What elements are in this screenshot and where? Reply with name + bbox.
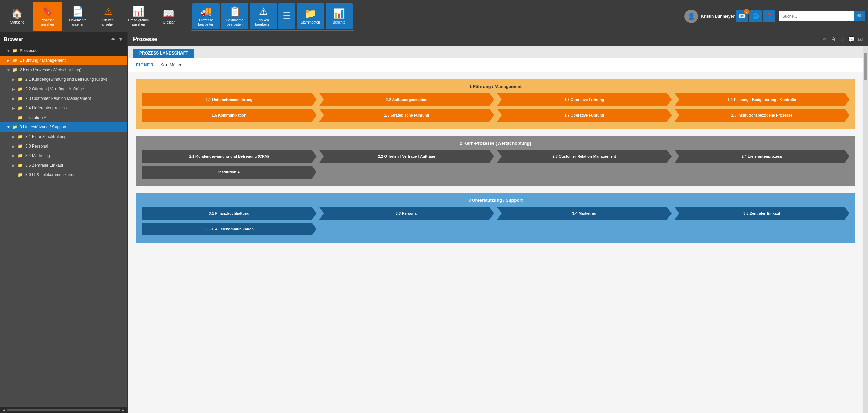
sidebar-item-label: Institution A: [25, 115, 46, 120]
chevron-2-4[interactable]: 2.4 Lieferantenprozess: [675, 150, 850, 163]
toolbar-btn-stammdaten[interactable]: 📁 Stammdaten: [297, 3, 324, 29]
process-row-2-1: 2.1 Kundengewinnung und Betreuung (CRM) …: [142, 150, 849, 163]
toolbar-btn-prozesse-bearbeiten[interactable]: 🚚 Prozessebearbeiten: [192, 3, 220, 29]
print-icon[interactable]: 🖨: [831, 36, 836, 43]
arrow-icon: ▶: [12, 135, 16, 139]
chat-icon[interactable]: 💬: [848, 36, 855, 43]
org-chart-icon: 📊: [132, 6, 144, 17]
sidebar-item-lieferanten[interactable]: ▶ 📁 2.4 Lieferantenprozess: [0, 103, 127, 113]
sidebar-header-icons: ✏ ▼: [111, 36, 123, 42]
chevron-1-8[interactable]: 1.8 Institutionsbezogene Prozesse: [675, 109, 850, 122]
chevron-1-6[interactable]: 1.6 Strategische Führung: [319, 109, 494, 122]
hamburger-icon: ☰: [283, 11, 291, 22]
search-input[interactable]: [779, 11, 854, 21]
tab-prozess-landschaft[interactable]: PROZESS-LANDSCHAFT: [133, 49, 194, 58]
folder-icon: 📁: [18, 153, 23, 158]
toolbar-btn-organigramm-ansehen[interactable]: 📊 Organigrammansehen: [124, 2, 153, 31]
filter-icon[interactable]: ▼: [118, 36, 123, 42]
warning-icon: ⚠: [104, 6, 112, 17]
process-group-fuhrung: 1 Führung / Management 1.1 Unternehmensf…: [136, 79, 855, 129]
process-group-support: 3 Unterstützung / Support 3.1 Finanzbuch…: [136, 193, 855, 243]
sidebar-item-crm[interactable]: ▶ 📁 2.3 Customer Relation Management: [0, 94, 127, 103]
eigner-value: Karl Müller: [160, 62, 182, 67]
home-icon: 🏠: [11, 8, 23, 19]
notification-badge: 2: [744, 9, 749, 14]
scroll-right-icon[interactable]: ▶: [122, 408, 124, 412]
main-layout: Browser ✏ ▼ ▼ 📁 Prozesse ▶ 📁 1 Führung /…: [0, 32, 868, 413]
arrow-icon: ▼: [7, 68, 11, 72]
chevron-1-2[interactable]: 1.2 Aufbauorganisation: [319, 93, 494, 106]
scrollbar-track[interactable]: [863, 46, 868, 413]
sidebar-item-finanzbuchhaltung[interactable]: ▶ 📁 3.1 Finanzbuchhaltung: [0, 132, 127, 141]
folder-icon: 📁: [12, 125, 18, 129]
chevron-1-1[interactable]: 1.1 Unternehmensführung: [142, 93, 317, 106]
chevron-2-1[interactable]: 2.1 Kundengewinnung und Betreuung (CRM): [142, 150, 317, 163]
scrollbar-thumb[interactable]: [864, 53, 867, 80]
chevron-3-2[interactable]: 3.3 Personal: [319, 207, 494, 220]
sidebar-item-label: 3 Unterstützung / Support: [20, 125, 66, 129]
search-button[interactable]: 🔍: [854, 11, 865, 21]
toolbar-btn-risiken-bearbeiten[interactable]: ⚠ Risikenbearbeiten: [250, 3, 277, 29]
folder-icon: 📁: [12, 58, 18, 63]
folder-icon: 📁: [18, 77, 23, 82]
chevron-1-4[interactable]: 1.4 Planung - Budgetierung - Kontrolle: [675, 93, 850, 106]
toolbar-btn-glossar[interactable]: 📖 Glossar: [154, 2, 183, 31]
sidebar-item-prozesse-root[interactable]: ▼ 📁 Prozesse: [0, 46, 127, 56]
sidebar-item-institution-a[interactable]: 📁 Institution A: [0, 113, 127, 122]
process-row-3-2: 3.6 IT & Telekommunikation: [142, 223, 849, 235]
sidebar-item-einkauf[interactable]: ▶ 📁 3.5 Zentraler Einkauf: [0, 160, 127, 170]
chevron-3-1[interactable]: 3.1 Finanzbuchhaltung: [142, 207, 317, 220]
empty-space-3: [319, 223, 850, 235]
folder-icon: 📁: [18, 172, 23, 177]
toolbar-btn-dokumente-ansehen[interactable]: 📄 Dokumenteansehen: [63, 2, 92, 31]
folder-icon: 📁: [18, 134, 23, 139]
sidebar-item-label: 3.6 IT & Telekommunikation: [25, 172, 76, 177]
avatar: 👤: [684, 10, 698, 23]
chevron-3-4[interactable]: 3.5 Zentraler Einkauf: [675, 207, 850, 220]
sidebar-item-personal[interactable]: ▶ 📁 3.3 Personal: [0, 141, 127, 151]
mail-icon[interactable]: ✉: [858, 36, 863, 43]
process-group-title-3: 3 Unterstützung / Support: [142, 198, 849, 203]
chevron-1-7[interactable]: 1.7 Operative Führung: [497, 109, 672, 122]
sidebar-item-marketing[interactable]: ▶ 📁 3.4 Marketing: [0, 151, 127, 160]
chevron-2-2[interactable]: 2.2 Offerten | Verträge | Aufträge: [319, 150, 494, 163]
sidebar-item-label: 2.4 Lieferantenprozess: [25, 106, 67, 110]
top-icons: 📧 2 🌐 ❓: [736, 2, 775, 31]
sidebar-item-it[interactable]: 📁 3.6 IT & Telekommunikation: [0, 170, 127, 180]
chevron-1-3[interactable]: 1.3 Operative Führung: [497, 93, 672, 106]
edit-icon[interactable]: ✏: [111, 36, 115, 42]
arrow-icon: ▶: [12, 78, 16, 81]
process-row-1-2: 1.5 Kommunikation 1.6 Strategische Führu…: [142, 109, 849, 122]
sidebar-item-label: 3.1 Finanzbuchhaltung: [25, 134, 66, 139]
sidebar-item-offerten[interactable]: ▶ 📁 2.2 Offerten | Verträge | Aufträge: [0, 84, 127, 94]
eigner-row: EIGNER Karl Müller: [128, 58, 863, 72]
help-btn[interactable]: ❓: [763, 10, 775, 22]
sidebar-item-label: 2.3 Customer Relation Management: [25, 96, 91, 101]
toolbar-btn-startseite[interactable]: 🏠 Startseite: [3, 2, 32, 31]
chevron-1-5[interactable]: 1.5 Kommunikation: [142, 109, 317, 122]
pencil-icon[interactable]: ✏: [823, 36, 827, 43]
notifications-btn[interactable]: 📧 2: [736, 10, 748, 22]
toolbar-btn-menu[interactable]: ☰: [278, 3, 295, 29]
chevron-3-5[interactable]: 3.6 IT & Telekommunikation: [142, 223, 317, 235]
chevron-2-3[interactable]: 2.3 Customer Relation Management: [497, 150, 672, 163]
user-name: Kristin Luhmeyer: [701, 14, 735, 19]
content-with-scroll: PROZESS-LANDSCHAFT EIGNER Karl Müller 1 …: [128, 46, 868, 413]
book-icon: 📖: [163, 8, 175, 19]
toolbar-btn-prozesse-ansehen[interactable]: 🔖 Prozesseansehen: [33, 2, 62, 31]
tab-bar: PROZESS-LANDSCHAFT: [128, 46, 863, 58]
chevron-2-5[interactable]: Institution A: [142, 166, 317, 179]
sidebar-item-fuhrung[interactable]: ▶ 📁 1 Führung / Management: [0, 56, 127, 65]
risk-icon: ⚠: [259, 6, 268, 17]
scroll-left-icon[interactable]: ◀: [3, 408, 5, 412]
toolbar-btn-risiken-ansehen[interactable]: ⚠ Risikenansehen: [94, 2, 123, 31]
star-icon[interactable]: ☆: [840, 36, 845, 43]
sidebar-item-kern-prozesse[interactable]: ▼ 📁 2 Kern-Prozesse (Wertschöpfung): [0, 65, 127, 75]
folder-icon: 📁: [18, 87, 23, 91]
toolbar-btn-dokumente-bearbeiten[interactable]: 📋 Dokumentebearbeiten: [221, 3, 248, 29]
chevron-3-3[interactable]: 3.4 Marketing: [497, 207, 672, 220]
sidebar-item-unterstutzung[interactable]: ▼ 📁 3 Unterstützung / Support: [0, 122, 127, 132]
sidebar-item-kundengewinnung[interactable]: ▶ 📁 2.1 Kundengewinnung und Betreuung (C…: [0, 75, 127, 84]
toolbar-btn-berichte[interactable]: 📊 Berichte: [326, 3, 353, 29]
globe-btn[interactable]: 🌐: [749, 10, 762, 22]
